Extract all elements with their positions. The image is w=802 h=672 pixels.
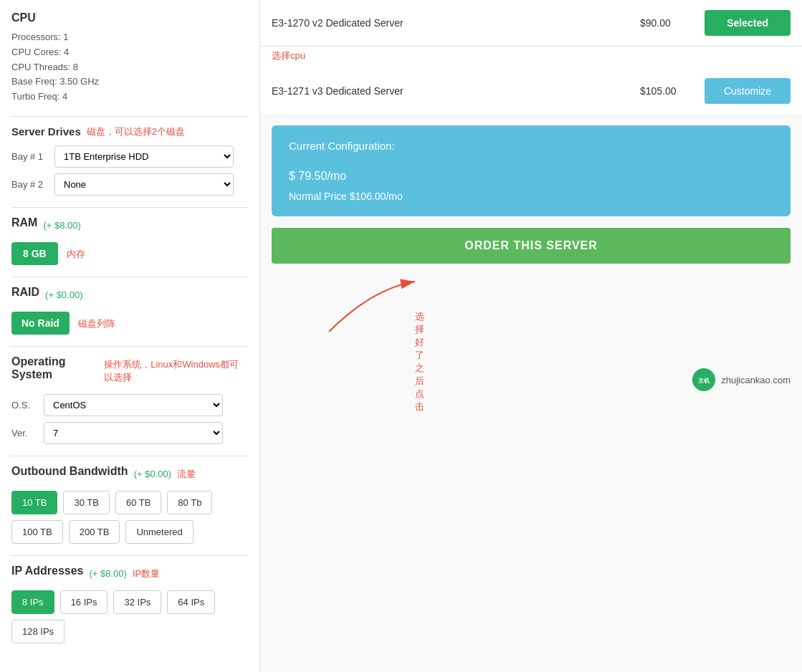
ip-options: 8 IPs16 IPs32 IPs64 IPs128 IPs [11,590,248,643]
ram-label: RAM [11,216,37,229]
ip-option-button[interactable]: 64 IPs [167,590,215,614]
raid-section: RAID (+ $0.00) No Raid 磁盘列阵 [11,286,248,335]
ram-section: RAM (+ $8.00) 8 GB 内存 [11,216,248,265]
cpu-specs-list: Processors: 1CPU Cores: 4CPU Threads: 8B… [11,30,248,105]
server-list: E3-1270 v2 Dedicated Server $90.00 Selec… [260,0,802,114]
server-2-name: E3-1271 v3 Dedicated Server [272,85,633,97]
raid-header: RAID (+ $0.00) [11,286,248,304]
server-row-1: E3-1270 v2 Dedicated Server $90.00 Selec… [260,0,802,47]
selected-button[interactable]: Selected [705,10,791,36]
config-normal: Normal Price $106.00/mo [289,191,773,202]
cpu-section: CPU Processors: 1CPU Cores: 4CPU Threads… [11,11,248,105]
bay1-label: Bay # 1 [11,151,47,162]
customize-button[interactable]: Customize [705,78,791,104]
bay2-select[interactable]: None [54,173,234,196]
bw-option-button[interactable]: 80 Tb [167,491,212,514]
bay2-label: Bay # 2 [11,179,47,190]
ram-annotation: 内存 [67,249,85,259]
server-2-price: $105.00 [640,85,697,97]
ver-label: Ver. [11,428,37,438]
os-annotation: 操作系统，Linux和Windows都可以选择 [104,358,248,384]
left-panel: CPU Processors: 1CPU Cores: 4CPU Threads… [0,0,260,672]
cpu-spec-item: CPU Cores: 4 [11,45,248,60]
os-section: Operating System 操作系统，Linux和Windows都可以选择… [11,355,248,444]
watermark-logo: 主机 [692,368,715,391]
bw-option-button[interactable]: 60 TB [115,491,161,514]
logo-icon: 主机 [694,370,714,390]
ram-header: RAM (+ $8.00) [11,216,248,235]
drives-header: Server Drives 磁盘，可以选择2个磁盘 [11,125,248,138]
svg-text:主机: 主机 [698,377,710,384]
ram-8gb-button[interactable]: 8 GB [11,242,58,265]
arrow-area: 选择好了之后点击 [260,275,802,361]
arrow-icon [315,274,429,346]
raid-label: RAID [11,286,39,299]
bw-option-button[interactable]: 30 TB [63,491,109,514]
bw-header: Outbound Bandwidth (+ $0.00) 流量 [11,465,248,484]
bottom-bar: 主机 zhujicankao.com [260,361,802,398]
server-1-name: E3-1270 v2 Dedicated Server [272,17,633,29]
config-price: $ 79.50/mo [289,156,773,186]
os-label-short: O.S. [11,400,37,411]
ver-select[interactable]: 7 [44,422,223,444]
raid-cost: (+ $0.00) [45,289,82,300]
bw-label: Outbound Bandwidth [11,465,128,478]
bw-cost: (+ $0.00) [134,469,171,479]
ip-section: IP Addresses (+ $8.00) IP数量 8 IPs16 IPs3… [11,565,248,643]
config-title: Current Configuration: [289,140,773,152]
bay2-row: Bay # 2 None [11,173,248,196]
os-label: Operating System [11,355,98,381]
ip-option-button[interactable]: 8 IPs [11,590,54,614]
cpu-spec-item: Processors: 1 [11,30,248,45]
bw-annotation: 流量 [177,468,196,481]
ip-option-button[interactable]: 128 IPs [11,620,65,643]
ip-annotation: IP数量 [133,567,160,580]
order-button[interactable]: ORDER THIS SERVER [272,228,791,264]
config-box: Current Configuration: $ 79.50/mo Normal… [272,125,791,216]
cpu-annotation: 选择cpu [260,47,802,68]
config-per: /mo [327,170,346,182]
watermark-text: zhujicankao.com [721,375,791,385]
ver-row: Ver. 7 [11,422,248,444]
ip-option-button[interactable]: 32 IPs [113,590,161,614]
cpu-title: CPU [11,11,248,24]
server-1-price: $90.00 [640,17,697,29]
bw-option-button[interactable]: 200 TB [69,520,120,544]
bw-options: 10 TB30 TB60 TB80 Tb100 TB200 TBUnmetere… [11,491,248,544]
ip-header: IP Addresses (+ $8.00) IP数量 [11,565,248,583]
os-select[interactable]: CentOS [44,394,223,416]
server-row-2: E3-1271 v3 Dedicated Server $105.00 Cust… [260,68,802,114]
drives-label: Server Drives [11,125,81,138]
raid-annotation: 磁盘列阵 [78,318,115,329]
bay1-row: Bay # 1 1TB Enterprise HDD [11,145,248,168]
os-row: O.S. CentOS [11,394,248,416]
bay1-select[interactable]: 1TB Enterprise HDD [54,145,234,168]
bw-option-button[interactable]: 10 TB [11,491,57,514]
no-raid-button[interactable]: No Raid [11,312,70,335]
bw-option-button[interactable]: 100 TB [11,520,63,544]
cpu-spec-item: CPU Threads: 8 [11,60,248,75]
ram-cost: (+ $8.00) [43,220,80,231]
right-panel: E3-1270 v2 Dedicated Server $90.00 Selec… [260,0,802,672]
cpu-spec-item: Base Freq: 3.50 GHz [11,75,248,90]
os-header: Operating System 操作系统，Linux和Windows都可以选择 [11,355,248,387]
ip-option-button[interactable]: 16 IPs [60,590,108,614]
bw-option-button[interactable]: Unmetered [125,520,193,544]
drives-annotation: 磁盘，可以选择2个磁盘 [87,125,185,138]
arrow-text: 选择好了之后点击 [415,310,424,413]
server-drives-section: Server Drives 磁盘，可以选择2个磁盘 Bay # 1 1TB En… [11,125,248,196]
cpu-spec-item: Turbo Freq: 4 [11,90,248,105]
ip-label: IP Addresses [11,565,84,577]
bandwidth-section: Outbound Bandwidth (+ $0.00) 流量 10 TB30 … [11,465,248,544]
ip-cost: (+ $8.00) [90,568,127,579]
